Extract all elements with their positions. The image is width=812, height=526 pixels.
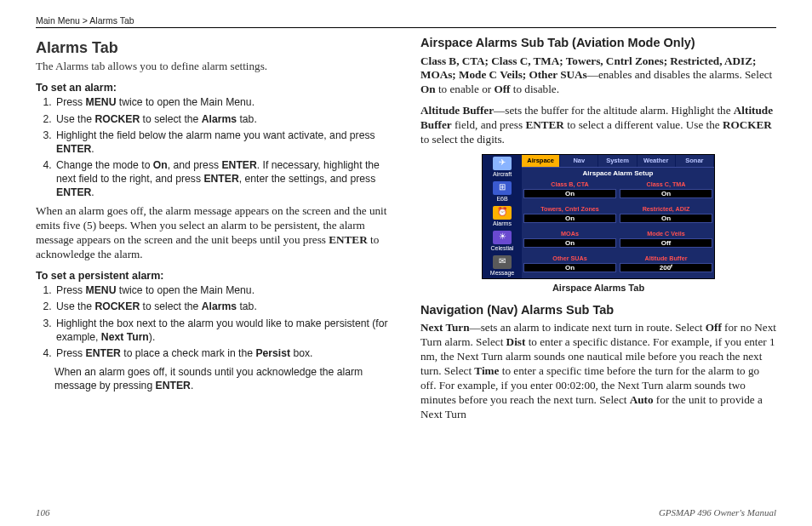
cell-class-b: Class B, CTAOn xyxy=(522,180,618,204)
step: Highlight the field below the alarm name… xyxy=(54,129,392,156)
left-column: Alarms Tab The Alarms tab allows you to … xyxy=(36,35,392,502)
device-panel-title: Airspace Alarm Setup xyxy=(522,167,714,180)
cell-other-suas: Other SUAsOn xyxy=(522,254,618,278)
tab-airspace: Airspace xyxy=(522,155,560,167)
tab-system: System xyxy=(598,155,637,167)
breadcrumb: Main Menu > Alarms Tab xyxy=(36,15,776,28)
e6b-icon: ⊞ xyxy=(493,181,512,195)
sidebar-item-aircraft: ✈Aircraft xyxy=(483,155,522,180)
device-tabs: Airspace Nav System Weather Sonar xyxy=(522,155,714,167)
steps-persistent-alarm: Press MENU twice to open the Main Menu. … xyxy=(36,284,392,361)
cell-moas: MOAsOn xyxy=(522,229,618,254)
cell-mode-c: Mode C VeilsOff xyxy=(618,229,714,254)
breadcrumb-tab: Alarms Tab xyxy=(88,15,134,26)
step: Change the mode to On, and press ENTER. … xyxy=(54,159,392,199)
page: Main Menu > Alarms Tab Alarms Tab The Al… xyxy=(0,0,812,526)
celestial-icon: ☀ xyxy=(493,231,512,244)
section-intro: The Alarms tab allows you to define alar… xyxy=(36,60,392,74)
body-paragraph: Class B, CTA; Class C, TMA; Towers, Cntr… xyxy=(420,54,776,98)
aircraft-icon: ✈ xyxy=(493,157,512,170)
subsection-airspace-alarms: Airspace Alarms Sub Tab (Aviation Mode O… xyxy=(420,35,776,51)
breadcrumb-root: Main Menu > xyxy=(36,15,88,26)
step: Press MENU twice to open the Main Menu. xyxy=(54,284,392,298)
alarms-icon: ⏰ xyxy=(493,206,512,220)
step: Use the ROCKER to select the Alarms tab. xyxy=(54,300,392,314)
tab-weather: Weather xyxy=(638,155,676,167)
procedure-heading-persistent-alarm: To set a persistent alarm: xyxy=(36,269,392,283)
sidebar-item-celestial: ☀Celestial xyxy=(483,229,522,254)
subsection-nav-alarms: Navigation (Nav) Alarms Sub Tab xyxy=(420,302,776,318)
tab-sonar: Sonar xyxy=(676,155,714,167)
sidebar-item-message: ✉Message xyxy=(483,254,522,278)
figure-airspace-alarms: ✈Aircraft ⊞E6B ⏰Alarms ☀Celestial ✉Messa… xyxy=(420,154,776,294)
body-paragraph: Altitude Buffer—sets the buffer for the … xyxy=(420,104,776,147)
device-screenshot: ✈Aircraft ⊞E6B ⏰Alarms ☀Celestial ✉Messa… xyxy=(482,154,715,279)
sidebar-item-e6b: ⊞E6B xyxy=(483,180,522,204)
body-paragraph: Next Turn—sets an alarm to indicate next… xyxy=(420,321,776,421)
section-title: Alarms Tab xyxy=(36,38,392,58)
device-main: Airspace Nav System Weather Sonar Airspa… xyxy=(522,155,714,278)
step: Highlight the box next to the alarm you … xyxy=(54,317,392,344)
step: Use the ROCKER to select the Alarms tab. xyxy=(54,113,392,127)
figure-caption: Airspace Alarms Tab xyxy=(420,282,776,294)
step-note: When an alarm goes off, it sounds until … xyxy=(54,366,392,393)
message-icon: ✉ xyxy=(493,255,512,269)
page-footer: 106 GPSMAP 496 Owner's Manual xyxy=(36,502,776,517)
device-sidebar: ✈Aircraft ⊞E6B ⏰Alarms ☀Celestial ✉Messa… xyxy=(483,155,522,278)
cell-restricted: Restricted, ADIZOn xyxy=(618,204,714,229)
columns: Alarms Tab The Alarms tab allows you to … xyxy=(36,35,776,502)
device-grid: Class B, CTAOn Class C, TMAOn Towers, Cn… xyxy=(522,180,714,278)
step: Press MENU twice to open the Main Menu. xyxy=(54,96,392,110)
body-paragraph: When an alarm goes off, the alarm messag… xyxy=(36,204,392,262)
cell-towers: Towers, Cntrl ZonesOn xyxy=(522,204,618,229)
tab-nav: Nav xyxy=(560,155,598,167)
sidebar-item-alarms: ⏰Alarms xyxy=(483,204,522,229)
steps-set-alarm: Press MENU twice to open the Main Menu. … xyxy=(36,96,392,199)
step: Press ENTER to place a check mark in the… xyxy=(54,347,392,361)
cell-class-c: Class C, TMAOn xyxy=(618,180,714,204)
procedure-heading-set-alarm: To set an alarm: xyxy=(36,81,392,94)
right-column: Airspace Alarms Sub Tab (Aviation Mode O… xyxy=(420,35,776,502)
page-number: 106 xyxy=(36,507,50,517)
manual-title: GPSMAP 496 Owner's Manual xyxy=(659,507,776,517)
cell-altitude-buffer: Altitude Buffer200ᶠ xyxy=(618,254,714,278)
